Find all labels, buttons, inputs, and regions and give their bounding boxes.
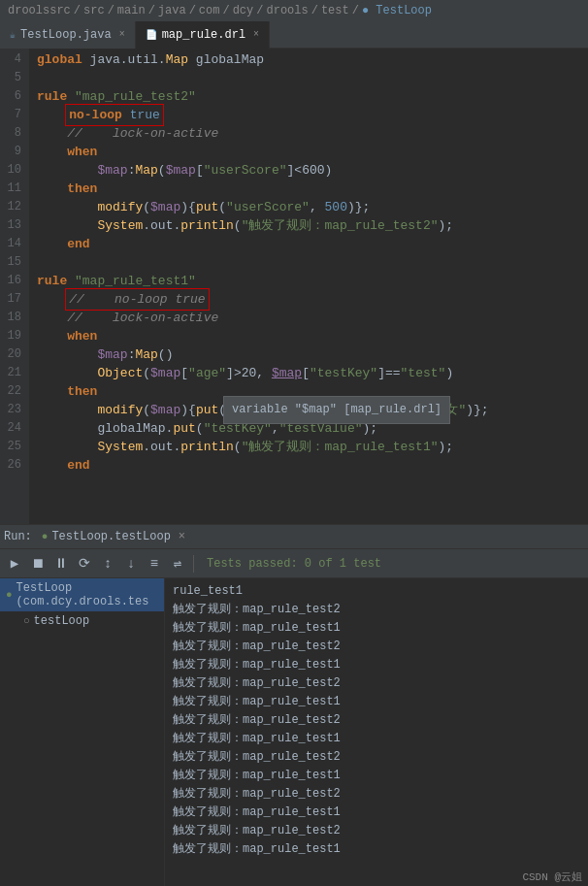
run-stop-button[interactable]: ⏹ (27, 553, 49, 574)
code-line-10: $map:Map($map["userScore"]<600) (37, 161, 580, 180)
code-line-17: // no-loop true (37, 290, 580, 309)
output-line: 触发了规则：map_rule_test2 (173, 822, 580, 840)
output-line: 触发了规则：map_rule_test1 (173, 840, 580, 859)
output-line: 触发了规则：map_rule_test1 (173, 693, 580, 711)
output-line: 触发了规则：map_rule_test2 (173, 674, 580, 693)
run-expand-button[interactable]: ≡ (144, 553, 165, 574)
code-line-14: end (37, 235, 580, 253)
tab-testloop-label: TestLoop.java (20, 28, 112, 42)
run-tree: ● TestLoop (com.dcy.drools.tes ○ testLoo… (0, 578, 165, 886)
code-line-7: no-loop true (37, 106, 580, 124)
tree-root-icon: ● (6, 589, 13, 601)
output-line: 触发了规则：map_rule_test1 (173, 767, 580, 785)
run-pause-button[interactable]: ⏸ (50, 553, 72, 574)
run-rerun-button[interactable]: ⟳ (74, 553, 95, 574)
test-status: Tests passed: 0 of 1 test (207, 557, 381, 571)
code-line-13: System.out.println("触发了规则：map_rule_test2… (37, 216, 580, 235)
code-editor: 4 5 6 7 8 9 10 11 12 13 14 15 16 17 18 1… (0, 49, 588, 524)
code-content[interactable]: global java.util.Map globalMap rule "map… (29, 49, 588, 524)
output-line: rule_test1 (173, 582, 580, 601)
code-line-26: end (37, 456, 580, 475)
line-numbers: 4 5 6 7 8 9 10 11 12 13 14 15 16 17 18 1… (0, 49, 29, 524)
run-tab-testloop[interactable]: ● TestLoop.testLoop × (32, 524, 195, 549)
tab-testloop-java[interactable]: ☕ TestLoop.java × (0, 21, 136, 49)
output-line: 触发了规则：map_rule_test1 (173, 804, 580, 822)
run-tab-bar: Run: ● TestLoop.testLoop × (0, 524, 588, 549)
run-sort-button[interactable]: ↕ (97, 553, 118, 574)
output-line: 触发了规则：map_rule_test1 (173, 656, 580, 674)
output-line: 触发了规则：map_rule_test1 (173, 619, 580, 638)
run-tab-close[interactable]: × (179, 530, 185, 543)
output-line: 触发了规则：map_rule_test2 (173, 601, 580, 619)
code-line-11: then (37, 180, 580, 198)
run-label: Run: (4, 530, 32, 543)
tab-maprule-label: map_rule.drl (162, 28, 245, 42)
tab-maprule-close[interactable]: × (253, 29, 259, 40)
breadcrumb: droolssrc / src / main / java / com / dc… (0, 0, 588, 21)
tab-maprule-drl[interactable]: 📄 map_rule.drl × (136, 21, 270, 49)
code-line-4: global java.util.Map globalMap (37, 50, 580, 69)
tab-bar: ☕ TestLoop.java × 📄 map_rule.drl × (0, 21, 588, 49)
tab-testloop-close[interactable]: × (119, 29, 125, 40)
run-toggle-button[interactable]: ⇌ (167, 553, 188, 574)
tree-root-label: TestLoop (com.dcy.drools.tes (16, 581, 158, 608)
code-line-5 (37, 69, 580, 87)
drl-icon: 📄 (146, 29, 157, 41)
tree-child-icon: ○ (23, 615, 30, 627)
run-play-button[interactable]: ▶ (4, 553, 25, 574)
tree-child-label: testLoop (34, 614, 90, 628)
code-line-25: System.out.println("触发了规则：map_rule_test1… (37, 438, 580, 456)
code-line-8: // lock-on-active (37, 124, 580, 143)
run-tab-label: TestLoop.testLoop (51, 530, 170, 543)
run-collapse-button[interactable]: ↓ (120, 553, 142, 574)
code-line-15 (37, 253, 580, 272)
toolbar-separator (193, 555, 194, 573)
code-line-12: modify($map){put("userScore", 500)}; (37, 198, 580, 216)
output-line: 触发了规则：map_rule_test1 (173, 730, 580, 748)
code-line-9: when (37, 143, 580, 161)
output-line: 触发了规则：map_rule_test2 (173, 785, 580, 804)
run-output: rule_test1触发了规则：map_rule_test2触发了规则：map_… (165, 578, 588, 886)
run-content: ● TestLoop (com.dcy.drools.tes ○ testLoo… (0, 578, 588, 886)
code-line-19: when (37, 327, 580, 345)
csdn-badge: CSDN @云姐 (522, 870, 582, 884)
code-line-20: $map:Map() (37, 345, 580, 364)
run-toolbar: ▶ ⏹ ⏸ ⟳ ↕ ↓ ≡ ⇌ Tests passed: 0 of 1 tes… (0, 549, 588, 578)
output-line: 触发了规则：map_rule_test2 (173, 748, 580, 767)
code-line-18: // lock-on-active (37, 309, 580, 327)
code-line-21: Object($map["age"]>20, $map["testKey"]==… (37, 364, 580, 382)
output-line: 触发了规则：map_rule_test2 (173, 711, 580, 730)
variable-tooltip: variable "$map" [map_rule.drl] (223, 396, 450, 424)
tree-root-item[interactable]: ● TestLoop (com.dcy.drools.tes (0, 578, 164, 611)
java-icon: ☕ (10, 29, 16, 41)
tree-child-item[interactable]: ○ testLoop (0, 611, 164, 631)
output-line: 触发了规则：map_rule_test2 (173, 638, 580, 656)
run-tab-icon: ● (42, 531, 49, 542)
